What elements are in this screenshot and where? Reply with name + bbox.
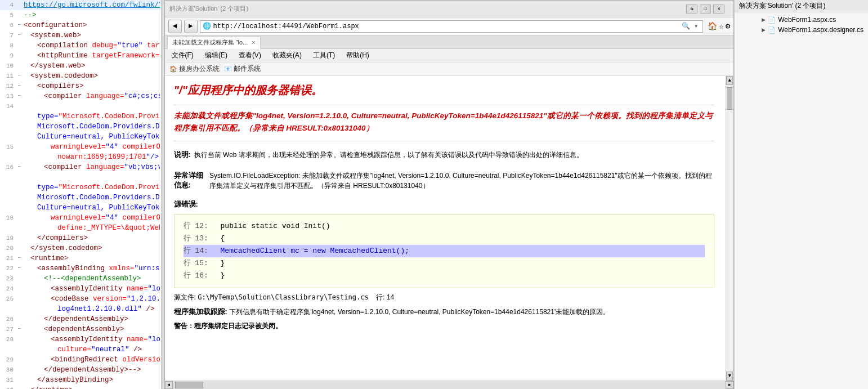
star-icon[interactable]: ☆: [719, 21, 723, 31]
code-line: 31</assemblyBinding>: [0, 375, 161, 385]
code-line: 30</dependentAssembly>-->: [0, 365, 161, 375]
address-bar[interactable]: 🌐 http://localhost:44491/WebForm1.aspx 🔍…: [200, 20, 704, 33]
line-content: Culture=neutral, PublicKeyToken=31bf3: [24, 203, 160, 213]
source-file-path: G:\MyTemp\Solution\ClassLibrary\Testing.…: [198, 293, 368, 301]
search-dropdown-icon[interactable]: 🔍 ▾: [679, 22, 700, 30]
line-content: https://go.microsoft.com/fwlink/?LinkId=…: [24, 0, 160, 10]
code-line: Microsoft.CodeDom.Providers.DotNetCom: [0, 193, 161, 203]
expand-button[interactable]: −: [16, 263, 23, 274]
line-number: 21: [1, 253, 14, 263]
line-content: <assemblyIdentity name="log4n: [24, 334, 160, 345]
h-scroll-thumb[interactable]: [175, 382, 203, 388]
tree-item[interactable]: ▶📄WebForm1.aspx.cs: [735, 15, 868, 25]
gear-icon[interactable]: ⚙: [726, 21, 730, 31]
source-line-num: 14: [387, 293, 394, 301]
vertical-scrollbar[interactable]: ▲ ▼: [726, 76, 733, 381]
code-line: 28<assemblyIdentity name="log4n: [0, 334, 161, 345]
error-divider-2: [174, 141, 715, 141]
menu-file[interactable]: 文件(F): [169, 50, 196, 61]
code-line: 21−<runtime>: [0, 253, 161, 263]
scroll-left-button[interactable]: ◄: [165, 381, 173, 389]
bookmark-2-label: 邮件系统: [234, 64, 261, 74]
line-number: 26: [1, 314, 14, 324]
tree-expand-arrow[interactable]: ▶: [762, 17, 766, 23]
back-button[interactable]: ◄: [168, 20, 182, 33]
tree-item[interactable]: ▶📄WebForm1.aspx.designer.cs: [735, 25, 868, 35]
line-content: </dependentAssembly>-->: [24, 365, 160, 375]
line-content: <system.codedom>: [24, 71, 160, 81]
home-icon[interactable]: 🏠: [708, 21, 717, 31]
tab-close-button[interactable]: ✕: [251, 39, 256, 46]
code-block: 行 12: public static void Init()行 13: {行 …: [174, 214, 715, 288]
error-main-text: 未能加载文件或程序集"log4net, Version=1.2.10.0, Cu…: [174, 110, 715, 134]
line-content: <compiler language="vb;vbs;visu: [24, 162, 160, 172]
code-line: 15warningLevel="4" compilerOpti: [0, 142, 161, 152]
code-line: 14: [0, 101, 161, 111]
scroll-thumb[interactable]: [727, 87, 732, 110]
line-content: <assemblyBinding xmlns="urn:schem: [24, 263, 160, 274]
error-divider: [174, 105, 715, 105]
code-line: Culture=neutral, PublicKeyToken=31bf3: [0, 132, 161, 142]
menu-view[interactable]: 查看(V): [236, 50, 263, 61]
code-block-line: 行 13: {: [184, 232, 705, 245]
scroll-track[interactable]: [726, 85, 733, 372]
code-line-text: public static void Init(): [221, 220, 330, 232]
expand-button[interactable]: −: [16, 162, 23, 172]
nav-icon-2[interactable]: □: [700, 5, 711, 14]
menu-tools[interactable]: 工具(T): [311, 50, 337, 61]
line-content: culture="neutral" />: [24, 345, 160, 355]
expand-button[interactable]: −: [16, 71, 23, 81]
line-content: <httpRuntime targetFramework="4.6: [24, 51, 160, 61]
menu-edit[interactable]: 编辑(E): [203, 50, 230, 61]
tree-expand-arrow[interactable]: ▶: [762, 27, 766, 33]
bookmark-2[interactable]: 📧 邮件系统: [224, 64, 261, 74]
scroll-down-button[interactable]: ▼: [726, 372, 733, 381]
expand-button[interactable]: −: [16, 253, 23, 263]
source-file-line: 源文件: G:\MyTemp\Solution\ClassLibrary\Tes…: [174, 293, 715, 302]
menu-favorites[interactable]: 收藏夹(A): [270, 50, 304, 61]
code-line-text: {: [221, 232, 225, 245]
active-tab[interactable]: 未能加载文件或程序集 "lo... ✕: [167, 37, 261, 49]
code-line: 27−<dependentAssembly>: [0, 324, 161, 334]
browser-panel: 解决方案'Solution' (2 个项目) ⇆ □ ✕ ◄ ► 🌐 http:…: [164, 0, 735, 389]
browser-toolbar: ◄ ► 🌐 http://localhost:44491/WebForm1.as…: [165, 17, 734, 35]
line-number: 24: [1, 284, 14, 294]
code-line-text: }: [221, 270, 225, 282]
scroll-up-button[interactable]: ▲: [726, 76, 733, 85]
tab-label: 未能加载文件或程序集 "lo...: [172, 38, 248, 47]
code-line: 25<codeBase version="1.2.10.0": [0, 294, 161, 304]
error-title: "/"应用程序中的服务器错误。: [174, 83, 715, 98]
line-content: <bindingRedirect oldVersion=": [24, 355, 160, 365]
menu-help[interactable]: 帮助(H): [344, 50, 372, 61]
horizontal-scrollbar[interactable]: ◄ ►: [165, 381, 734, 388]
code-line: 7−<system.web>: [0, 30, 161, 41]
detail-body: System.IO.FileLoadException: 未能加载文件或程序集"…: [209, 171, 714, 191]
line-content: </compilers>: [24, 233, 160, 243]
menu-bar: 文件(F) 编辑(E) 查看(V) 收藏夹(A) 工具(T) 帮助(H): [165, 49, 734, 62]
scroll-right-button[interactable]: ►: [726, 381, 733, 389]
expand-button[interactable]: −: [16, 20, 23, 30]
code-line: 9<httpRuntime targetFramework="4.6: [0, 51, 161, 61]
nav-icon-1[interactable]: ⇆: [686, 5, 697, 14]
code-line: 29<bindingRedirect oldVersion=": [0, 355, 161, 365]
line-number: 30: [1, 365, 14, 375]
expand-button[interactable]: −: [16, 91, 23, 101]
h-scroll-track[interactable]: [173, 381, 726, 389]
code-line: 8<compilation debug="true" targetF: [0, 41, 161, 51]
line-content: type="Microsoft.CodeDom.Providers.Dot: [24, 182, 160, 193]
expand-button[interactable]: −: [16, 324, 23, 334]
code-line: 19</compilers>: [0, 233, 161, 243]
code-line-number: 行 12:: [184, 220, 212, 232]
bookmark-2-icon: 📧: [224, 65, 232, 73]
bookmark-1[interactable]: 🏠 搜房办公系统: [169, 64, 220, 74]
nav-icon-3[interactable]: ✕: [713, 5, 724, 14]
code-line: 32</runtime>: [0, 385, 161, 389]
line-number: 16: [1, 162, 14, 172]
line-content: Culture=neutral, PublicKeyToken=31bf3: [24, 132, 160, 142]
expand-button[interactable]: −: [16, 30, 23, 41]
forward-button[interactable]: ►: [184, 20, 198, 33]
expand-button[interactable]: −: [16, 81, 23, 91]
line-number: 5: [1, 10, 14, 20]
code-line: 24<assemblyIdentity name="log4n: [0, 284, 161, 294]
code-line-number: 行 16:: [184, 270, 212, 282]
